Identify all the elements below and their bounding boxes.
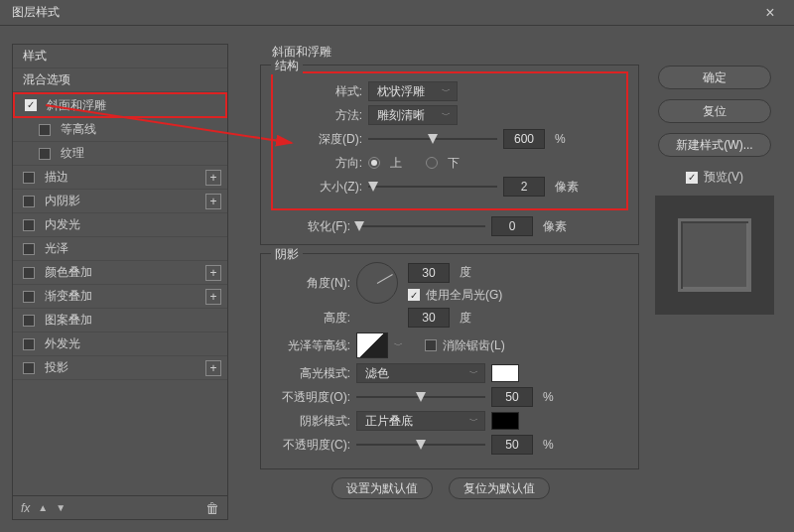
close-icon[interactable]: ×	[754, 2, 786, 24]
sidebar-item-label: 斜面和浮雕	[47, 97, 219, 114]
direction-label: 方向:	[283, 155, 362, 172]
sidebar-item-7[interactable]: 颜色叠加+	[13, 261, 227, 285]
gloss-contour-swatch[interactable]	[356, 332, 388, 358]
angle-wheel[interactable]	[356, 262, 398, 304]
technique-dropdown[interactable]: 雕刻清晰 ﹀	[368, 105, 458, 125]
soften-label: 软化(F):	[271, 218, 350, 235]
size-label: 大小(Z):	[283, 179, 362, 196]
use-global-light-checkbox[interactable]	[408, 289, 420, 301]
add-instance-icon[interactable]: +	[205, 170, 221, 186]
sidebar-item-label: 渐变叠加	[45, 288, 205, 305]
shading-group: 阴影 角度(N): 30 度 使用全局光(G)	[260, 253, 639, 469]
shadow-opacity-label: 不透明度(C):	[271, 437, 350, 454]
sidebar-item-2[interactable]: 纹理	[13, 142, 227, 166]
right-column: 确定 复位 新建样式(W)... 预览(V)	[647, 66, 782, 315]
sidebar-item-6[interactable]: 光泽	[13, 237, 227, 261]
sidebar-item-9[interactable]: 图案叠加	[13, 309, 227, 332]
gloss-contour-label: 光泽等高线:	[271, 337, 350, 354]
effect-checkbox[interactable]	[23, 243, 35, 255]
preview-toggle[interactable]: 预览(V)	[686, 169, 743, 186]
highlight-opacity-slider[interactable]	[356, 390, 485, 404]
chevron-down-icon: ﹀	[469, 415, 478, 428]
effect-checkbox[interactable]	[39, 148, 51, 160]
effect-checkbox[interactable]	[23, 291, 35, 303]
sidebar-item-11[interactable]: 投影+	[13, 356, 227, 380]
sidebar-item-label: 内发光	[45, 216, 221, 233]
effect-checkbox[interactable]	[25, 99, 37, 111]
angle-value[interactable]: 30	[408, 263, 450, 283]
add-instance-icon[interactable]: +	[205, 265, 221, 281]
highlight-opacity-value[interactable]: 50	[491, 387, 533, 407]
sidebar-item-0[interactable]: 斜面和浮雕	[13, 92, 227, 118]
sidebar-item-label: 颜色叠加	[45, 264, 205, 281]
settings-panel: 斜面和浮雕 结构 样式: 枕状浮雕 ﹀ 方法: 雕刻清晰 ﹀	[242, 44, 639, 520]
highlight-color[interactable]	[491, 364, 519, 382]
shadow-mode-dropdown[interactable]: 正片叠底 ﹀	[356, 411, 485, 431]
effect-checkbox[interactable]	[23, 267, 35, 279]
preview-box	[655, 196, 774, 315]
new-style-button[interactable]: 新建样式(W)...	[658, 133, 771, 157]
size-slider[interactable]	[368, 180, 497, 194]
trash-icon[interactable]: 🗑	[205, 500, 219, 516]
sidebar-item-8[interactable]: 渐变叠加+	[13, 285, 227, 309]
window-title: 图层样式	[12, 4, 754, 21]
style-dropdown[interactable]: 枕状浮雕 ﹀	[368, 81, 458, 101]
soften-slider[interactable]	[356, 219, 485, 233]
sidebar-item-label: 光泽	[45, 240, 221, 257]
reset-button[interactable]: 复位	[658, 99, 771, 123]
effect-checkbox[interactable]	[23, 362, 35, 374]
sidebar-item-4[interactable]: 内阴影+	[13, 190, 227, 213]
highlight-mode-dropdown[interactable]: 滤色 ﹀	[356, 363, 485, 383]
section-title: 斜面和浮雕	[272, 44, 639, 61]
preview-checkbox[interactable]	[686, 172, 698, 184]
sidebar-item-label: 内阴影	[45, 193, 205, 209]
fx-icon[interactable]: fx	[21, 501, 30, 515]
sidebar-item-3[interactable]: 描边+	[13, 166, 227, 190]
titlebar: 图层样式 ×	[0, 0, 794, 26]
altitude-label: 高度:	[271, 310, 350, 327]
style-label: 样式:	[283, 83, 362, 100]
shading-title: 阴影	[271, 246, 303, 263]
sidebar-item-10[interactable]: 外发光	[13, 332, 227, 356]
arrow-up-icon[interactable]: ▲	[38, 502, 48, 513]
sidebar-item-label: 纹理	[61, 145, 221, 162]
chevron-down-icon: ﹀	[469, 367, 478, 380]
reset-default-button[interactable]: 复位为默认值	[449, 477, 550, 499]
size-value[interactable]: 2	[503, 177, 545, 197]
add-instance-icon[interactable]: +	[205, 289, 221, 305]
direction-up-radio[interactable]	[368, 157, 380, 169]
chevron-down-icon[interactable]: ﹀	[394, 339, 403, 352]
direction-down-radio[interactable]	[426, 157, 438, 169]
effect-checkbox[interactable]	[23, 172, 35, 184]
shadow-color[interactable]	[491, 412, 519, 430]
sidebar-item-5[interactable]: 内发光	[13, 213, 227, 237]
arrow-down-icon[interactable]: ▼	[56, 502, 66, 513]
sidebar-item-1[interactable]: 等高线	[13, 118, 227, 142]
antialias-checkbox[interactable]	[425, 339, 437, 351]
sidebar-item-label: 图案叠加	[45, 312, 221, 329]
ok-button[interactable]: 确定	[658, 66, 771, 89]
chevron-down-icon: ﹀	[442, 109, 451, 122]
preview-inner	[678, 218, 751, 292]
sidebar-footer: fx ▲ ▼ 🗑	[13, 495, 227, 519]
sidebar-head-styles[interactable]: 样式	[13, 45, 227, 68]
altitude-value[interactable]: 30	[408, 308, 450, 328]
angle-label: 角度(N):	[271, 275, 350, 292]
structure-highlight: 样式: 枕状浮雕 ﹀ 方法: 雕刻清晰 ﹀ 深度(D):	[271, 71, 628, 210]
effect-checkbox[interactable]	[23, 315, 35, 327]
depth-value[interactable]: 600	[503, 129, 545, 149]
effect-checkbox[interactable]	[39, 124, 51, 136]
shadow-opacity-slider[interactable]	[356, 438, 485, 452]
add-instance-icon[interactable]: +	[205, 360, 221, 376]
add-instance-icon[interactable]: +	[205, 194, 221, 209]
sidebar-item-label: 外发光	[45, 335, 221, 352]
effect-checkbox[interactable]	[23, 338, 35, 350]
sidebar-head-blend[interactable]: 混合选项	[13, 68, 227, 92]
effect-checkbox[interactable]	[23, 219, 35, 231]
make-default-button[interactable]: 设置为默认值	[331, 477, 433, 499]
shadow-opacity-value[interactable]: 50	[491, 435, 533, 455]
structure-title: 结构	[271, 58, 303, 74]
effect-checkbox[interactable]	[23, 196, 35, 207]
soften-value[interactable]: 0	[491, 216, 533, 236]
depth-slider[interactable]	[368, 132, 497, 146]
